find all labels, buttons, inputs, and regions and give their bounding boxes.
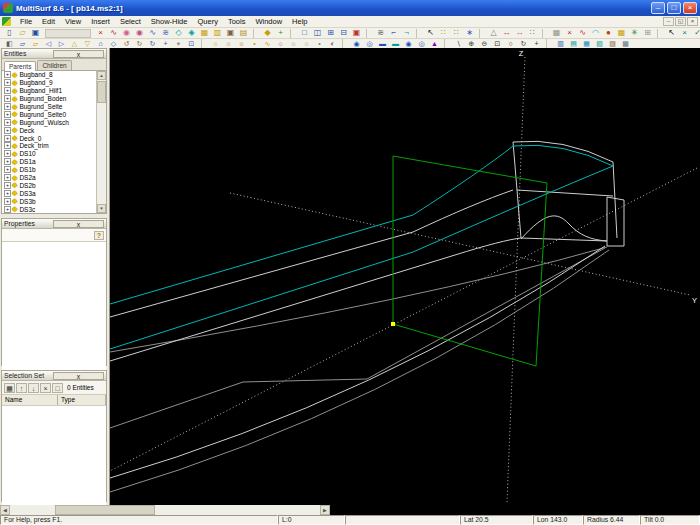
- expand-icon[interactable]: +: [4, 142, 11, 149]
- eye-open-icon[interactable]: ◉: [350, 39, 363, 49]
- expand-icon[interactable]: +: [4, 190, 11, 197]
- mdi-restore-button[interactable]: ◱: [675, 17, 686, 26]
- rotate-right-icon[interactable]: ↻: [133, 39, 146, 49]
- nudge-point-icon[interactable]: +: [274, 28, 287, 38]
- show-children-icon[interactable]: ☼: [235, 39, 248, 49]
- bug-grid-icon[interactable]: ▦: [615, 28, 628, 38]
- expand-icon[interactable]: +: [4, 119, 11, 126]
- help-icon[interactable]: ?: [94, 231, 104, 240]
- drag-triangle-icon[interactable]: △: [487, 28, 500, 38]
- pan-view-icon[interactable]: +: [159, 39, 172, 49]
- tree-item-bugband_8[interactable]: +◆Bugband_8: [2, 71, 97, 79]
- point-tool-icon[interactable]: ×: [94, 28, 107, 38]
- cone-view-icon[interactable]: ▲: [428, 39, 441, 49]
- expand-icon[interactable]: +: [4, 87, 11, 94]
- ghost-mode-icon[interactable]: ▧: [593, 39, 606, 49]
- menu-item-select[interactable]: Select: [115, 17, 146, 26]
- offset-icon[interactable]: ↔: [513, 28, 526, 38]
- menu-item-showhide[interactable]: Show-Hide: [146, 17, 193, 26]
- wireframe-mode-icon[interactable]: ▥: [554, 39, 567, 49]
- view-left-icon[interactable]: ◁: [42, 39, 55, 49]
- close-icon[interactable]: x: [53, 220, 104, 228]
- bug-icon[interactable]: ●: [602, 28, 615, 38]
- insert-row-icon[interactable]: ⌐: [387, 28, 400, 38]
- move-down-icon[interactable]: ↓: [28, 383, 39, 393]
- expand-icon[interactable]: +: [4, 206, 11, 213]
- save-file-icon[interactable]: ▣: [29, 28, 42, 38]
- cursor-deselect-icon[interactable]: ×: [678, 28, 691, 38]
- tree-item-ds3c[interactable]: +◆DS3c: [2, 205, 97, 213]
- select-arrow-icon[interactable]: ↖: [424, 28, 437, 38]
- view-back-icon[interactable]: ▱: [29, 39, 42, 49]
- menu-item-tools[interactable]: Tools: [223, 17, 251, 26]
- view-perspective-icon[interactable]: ⌂: [94, 39, 107, 49]
- spin-view-icon[interactable]: ↻: [146, 39, 159, 49]
- cursor-verify-icon[interactable]: ✓: [691, 28, 700, 38]
- scroll-right-icon[interactable]: ▶: [320, 505, 330, 515]
- close-icon[interactable]: x: [53, 372, 104, 380]
- show-all-icon[interactable]: ☼: [209, 39, 222, 49]
- disc-flat-icon[interactable]: ▬: [376, 39, 389, 49]
- menu-item-edit[interactable]: Edit: [37, 17, 60, 26]
- bead-tool-icon[interactable]: ◉: [120, 28, 133, 38]
- 3d-viewport[interactable]: Z Y X: [110, 48, 700, 505]
- zoom-in-icon[interactable]: ⊕: [465, 39, 478, 49]
- expand-icon[interactable]: +: [4, 150, 11, 157]
- magnet-tool-icon[interactable]: ◉: [133, 28, 146, 38]
- hide-parents-icon[interactable]: ☼: [287, 39, 300, 49]
- eye-half-icon[interactable]: ◎: [363, 39, 376, 49]
- select-lattice-icon[interactable]: ∷: [437, 28, 450, 38]
- window-single-icon[interactable]: □: [298, 28, 311, 38]
- wireframe-icon[interactable]: ≋: [374, 28, 387, 38]
- tree-item-bugband_9[interactable]: +◆Bugband_9: [2, 79, 97, 87]
- mdi-minimize-button[interactable]: –: [663, 17, 674, 26]
- tree-item-deck_trim[interactable]: +◆Deck_trim: [2, 142, 97, 150]
- expand-icon[interactable]: +: [4, 79, 11, 86]
- expand-icon[interactable]: +: [4, 135, 11, 142]
- hide-all-icon[interactable]: ☼: [274, 39, 287, 49]
- scroll-up-icon[interactable]: ▲: [97, 71, 106, 80]
- rotate-left-icon[interactable]: ↺: [120, 39, 133, 49]
- tree-item-bugrund_boden[interactable]: +◆Bugrund_Boden: [2, 95, 97, 103]
- section-plane[interactable]: [393, 156, 547, 366]
- backdrop-icon[interactable]: ▩: [619, 39, 632, 49]
- view-bottom-icon[interactable]: ▽: [81, 39, 94, 49]
- show-points-icon[interactable]: •: [248, 39, 261, 49]
- expand-icon[interactable]: +: [4, 198, 11, 205]
- hide-points-icon[interactable]: •: [313, 39, 326, 49]
- expand-icon[interactable]: +: [4, 103, 11, 110]
- view-top-icon[interactable]: △: [68, 39, 81, 49]
- close-icon[interactable]: x: [53, 50, 104, 58]
- eye-shade-icon[interactable]: ◎: [415, 39, 428, 49]
- close-button[interactable]: ×: [683, 2, 697, 14]
- tree-item-deck[interactable]: +◆Deck: [2, 126, 97, 134]
- tree-item-ds3b[interactable]: +◆DS3b: [2, 197, 97, 205]
- expand-icon[interactable]: +: [4, 182, 11, 189]
- open-file-icon[interactable]: ▱: [16, 28, 29, 38]
- zoom-window-icon[interactable]: ⊡: [491, 39, 504, 49]
- line-tool-icon[interactable]: ∿: [146, 28, 159, 38]
- project-icon[interactable]: ∷: [526, 28, 539, 38]
- menu-item-insert[interactable]: Insert: [86, 17, 115, 26]
- tree-item-bugband_hilf1[interactable]: +◆Bugband_Hilf1: [2, 87, 97, 95]
- error-curve-icon[interactable]: ∿: [576, 28, 589, 38]
- move-up-icon[interactable]: ↑: [16, 383, 27, 393]
- expand-icon[interactable]: +: [4, 166, 11, 173]
- contours-icon[interactable]: ▤: [237, 28, 250, 38]
- view-front-icon[interactable]: ▱: [16, 39, 29, 49]
- expand-icon[interactable]: +: [4, 158, 11, 165]
- window-split-icon[interactable]: ◫: [311, 28, 324, 38]
- tree-item-ds1b[interactable]: +◆DS1b: [2, 166, 97, 174]
- measure-icon[interactable]: ∖: [452, 39, 465, 49]
- net-surface-tool-icon[interactable]: ▦: [198, 28, 211, 38]
- mdi-close-button[interactable]: ×: [687, 17, 698, 26]
- snake-tool-icon[interactable]: ≋: [159, 28, 172, 38]
- view-split-icon[interactable]: ◧: [3, 39, 16, 49]
- menu-item-view[interactable]: View: [60, 17, 86, 26]
- window-active-icon[interactable]: ▣: [350, 28, 363, 38]
- tab-parents[interactable]: Parents: [4, 61, 36, 71]
- tree-item-deck_0[interactable]: +◆Deck_0: [2, 134, 97, 142]
- ruled-surface-tool-icon[interactable]: ◈: [185, 28, 198, 38]
- fit-view-icon[interactable]: ⊡: [185, 39, 198, 49]
- expand-icon[interactable]: +: [4, 174, 11, 181]
